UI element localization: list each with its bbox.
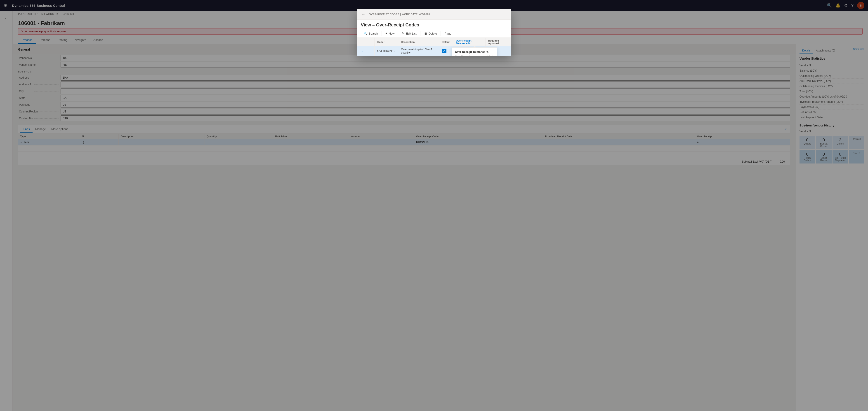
row-code-cell[interactable]: OVERRCPT10 bbox=[375, 46, 398, 56]
page-button[interactable]: Page bbox=[442, 31, 454, 37]
search-btn-icon: 🔍 bbox=[364, 32, 367, 35]
search-btn-label: Search bbox=[369, 32, 378, 35]
col-code[interactable]: Code ↑ bbox=[375, 38, 398, 46]
row-description-cell[interactable]: Over receipt up to 10% of quantity bbox=[398, 46, 439, 56]
over-receipt-dialog: ← OVER-RECEIPT CODES | WORK DATE: 4/6/20… bbox=[357, 9, 511, 56]
toolbar-sep-4 bbox=[440, 31, 441, 36]
toolbar-sep-3 bbox=[420, 31, 421, 36]
toolbar-sep-1 bbox=[381, 31, 382, 36]
col-tolerance[interactable]: Over-Receipt Tolerance % bbox=[453, 38, 486, 46]
dialog-header: ← OVER-RECEIPT CODES | WORK DATE: 4/6/20… bbox=[357, 9, 511, 20]
default-checkbox[interactable]: ✓ bbox=[442, 49, 446, 53]
new-btn-label: New bbox=[389, 32, 395, 35]
tooltip-title: Over-Receipt Tolerance % bbox=[455, 50, 494, 54]
edit-list-button[interactable]: ✎ Edit List bbox=[399, 30, 419, 37]
row-arrow-indicator: → bbox=[358, 46, 366, 56]
search-button[interactable]: 🔍 Search bbox=[361, 30, 381, 37]
edit-list-icon: ✎ bbox=[402, 32, 405, 35]
col-arrow bbox=[358, 38, 366, 46]
page-label: Page bbox=[444, 32, 451, 35]
tooltip-box: Over-Receipt Tolerance % Specifies toler… bbox=[452, 47, 497, 56]
row-context-menu[interactable]: ⋮ bbox=[366, 46, 375, 56]
row-default-cell[interactable]: ✓ bbox=[439, 46, 453, 56]
tooltip-body: Specifies tolerance percent that will be… bbox=[455, 55, 494, 56]
toolbar-sep-2 bbox=[398, 31, 398, 36]
new-btn-icon: + bbox=[385, 32, 387, 35]
dialog-breadcrumb: OVER-RECEIPT CODES | WORK DATE: 4/6/2020 bbox=[369, 13, 430, 15]
delete-label: Delete bbox=[429, 32, 437, 35]
col-approval: Required Approval bbox=[485, 38, 510, 46]
overlay-backdrop: ← OVER-RECEIPT CODES | WORK DATE: 4/6/20… bbox=[0, 0, 868, 411]
col-description: Description bbox=[398, 38, 439, 46]
edit-list-label: Edit List bbox=[406, 32, 416, 35]
col-menu bbox=[366, 38, 375, 46]
tooltip-arrow bbox=[473, 46, 476, 48]
row-menu-dots-icon[interactable]: ⋮ bbox=[369, 49, 372, 53]
new-button[interactable]: + New bbox=[383, 30, 397, 37]
col-default: Default bbox=[439, 38, 453, 46]
dialog-back-button[interactable]: ← bbox=[361, 11, 366, 17]
dialog-title: View – Over-Receipt Codes bbox=[357, 20, 511, 29]
delete-icon: 🗑 bbox=[424, 32, 427, 35]
delete-button[interactable]: 🗑 Delete bbox=[421, 30, 440, 37]
row-selected-arrow-icon: → bbox=[360, 49, 363, 53]
dialog-toolbar: 🔍 Search + New ✎ Edit List 🗑 Delete Page bbox=[357, 29, 511, 38]
